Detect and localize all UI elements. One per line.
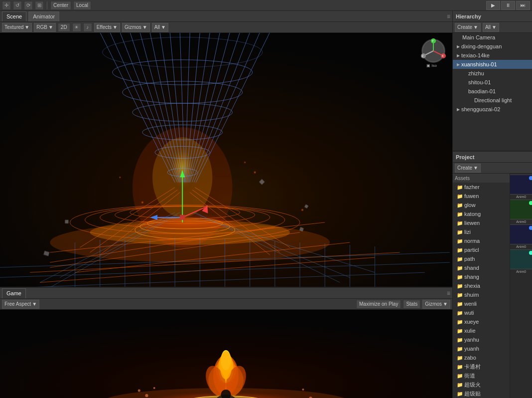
game-panel: Game ≡ Free Aspect ▼ Maximize on Play St…	[0, 288, 452, 398]
project-folder-item[interactable]: 📁wenli	[453, 299, 510, 308]
project-folder-item[interactable]: 📁fuwen	[453, 192, 510, 200]
assets-area: Anim0Anim0Anim0Anim0	[510, 174, 532, 398]
svg-text:▣ Iso: ▣ Iso	[426, 63, 437, 68]
svg-point-87	[244, 162, 246, 163]
cursor-icon[interactable]: ✛	[2, 1, 11, 10]
step-button[interactable]: ⏭	[516, 1, 530, 10]
game-toolbar: Free Aspect ▼ Maximize on Play Stats Giz…	[0, 299, 452, 310]
hand-icon[interactable]: ↺	[13, 1, 22, 10]
project-folder-item[interactable]: 📁卡通村	[453, 362, 510, 371]
color-mode-dropdown[interactable]: RGB ▼	[34, 23, 56, 32]
hierarchy-item[interactable]: Main Camera	[453, 33, 532, 42]
hierarchy-item[interactable]: shitou-01	[453, 78, 532, 87]
project-folder-item[interactable]: 📁fazher	[453, 183, 510, 192]
hierarchy-item[interactable]: ▶dixing-dengguan	[453, 42, 532, 51]
audio-icon[interactable]: ♪	[83, 23, 92, 32]
project-folder-item[interactable]: 📁katong	[453, 209, 510, 218]
project-folder-item[interactable]: 📁path	[453, 254, 510, 263]
rotate-icon[interactable]: ⊞	[35, 1, 44, 10]
light-icon[interactable]: ☀	[72, 23, 81, 32]
maximize-on-play-button[interactable]: Maximize on Play	[356, 300, 401, 309]
project-folder-item[interactable]: 📁shang	[453, 272, 510, 281]
game-viewport[interactable]	[0, 310, 452, 398]
center-button[interactable]: Center	[50, 1, 71, 10]
all-arrow: ▼	[161, 24, 166, 30]
axis-gizmo[interactable]: Y X Z ▣ Iso	[418, 37, 448, 69]
scene-viewport[interactable]: Y X Z ▣ Iso	[0, 33, 452, 287]
project-folder-item[interactable]: 📁liewen	[453, 218, 510, 227]
hierarchy-all-dropdown[interactable]: All ▼	[483, 23, 499, 32]
project-folder-item[interactable]: 📁shand	[453, 263, 510, 272]
aspect-dropdown[interactable]: Free Aspect ▼	[2, 300, 39, 309]
svg-point-122	[145, 394, 148, 397]
game-scene-svg	[0, 310, 452, 398]
hierarchy-list: Main Camera▶dixing-dengguan▶texiao-14ke▶…	[453, 33, 532, 151]
hierarchy-item[interactable]: zhizhu	[453, 69, 532, 78]
gizmos-dropdown[interactable]: Gizmos ▼	[122, 23, 150, 32]
hierarchy-all-label: All	[485, 24, 491, 30]
asset-thumb-item[interactable]: Anim0	[510, 175, 532, 199]
display-mode-dropdown[interactable]: Textured ▼	[2, 23, 32, 32]
project-folder-item[interactable]: 📁glow	[453, 200, 510, 209]
2d-button[interactable]: 2D	[58, 23, 70, 32]
hierarchy-title: Hierarchy	[456, 13, 481, 19]
hierarchy-panel: Hierarchy Create ▼ All ▼ Main Camera▶dix…	[453, 11, 532, 152]
project-title: Project	[456, 154, 474, 160]
project-folder-item[interactable]: 📁shuim	[453, 290, 510, 299]
project-folder-item[interactable]: 📁particl	[453, 245, 510, 254]
project-folder-item[interactable]: 📁超级贴	[453, 389, 510, 398]
pause-button[interactable]: ⏸	[501, 1, 515, 10]
project-folder-item[interactable]: 📁wuti	[453, 308, 510, 317]
aspect-label: Free Aspect	[4, 301, 31, 307]
local-button[interactable]: Local	[73, 1, 91, 10]
move-icon[interactable]: ⟳	[24, 1, 33, 10]
hierarchy-item[interactable]: ▶texiao-14ke	[453, 51, 532, 60]
all-label: All	[154, 24, 160, 30]
assets-label: Assets	[455, 176, 470, 181]
asset-thumb-item[interactable]: Anim0	[510, 224, 532, 248]
scene-panel-opts[interactable]: ≡	[447, 13, 450, 20]
gizmos-arrow: ▼	[142, 24, 147, 30]
project-folder-item[interactable]: 📁norma	[453, 236, 510, 245]
project-folder-item[interactable]: 📁xueye	[453, 317, 510, 326]
play-button[interactable]: ▶	[486, 1, 500, 10]
hierarchy-item[interactable]: ▶xuanshishu-01	[453, 60, 532, 69]
asset-thumb-item[interactable]: Anim0	[510, 249, 532, 273]
game-panel-opts[interactable]: ≡	[447, 290, 450, 297]
project-folder-item[interactable]: 📁xulie	[453, 326, 510, 335]
project-folder-item[interactable]: 📁街道	[453, 371, 510, 380]
svg-point-123	[153, 387, 155, 389]
project-create-dropdown[interactable]: Create ▼	[455, 164, 481, 173]
top-toolbar: ✛ ↺ ⟳ ⊞ Center Local ▶ ⏸ ⏭	[0, 0, 532, 11]
hierarchy-create-arrow: ▼	[473, 24, 478, 30]
hierarchy-item[interactable]: Directional light	[453, 96, 532, 105]
project-folder-item[interactable]: 📁shexia	[453, 281, 510, 290]
scene-panel: Scene Animator ≡ Textured ▼ RGB ▼ 2D ☀ ♪…	[0, 11, 452, 288]
tab-scene[interactable]: Scene	[2, 11, 26, 21]
tab-game[interactable]: Game	[2, 288, 26, 298]
project-folder-item[interactable]: 📁lizi	[453, 227, 510, 236]
stats-button[interactable]: Stats	[403, 300, 420, 309]
project-folder-item[interactable]: 📁超级火	[453, 380, 510, 389]
effects-arrow: ▼	[113, 24, 118, 30]
project-folder-item[interactable]: 📁yanhu	[453, 335, 510, 344]
project-create-arrow: ▼	[473, 165, 478, 171]
hierarchy-item[interactable]: baodian-01	[453, 87, 532, 96]
effects-dropdown[interactable]: Effects ▼	[94, 23, 120, 32]
svg-point-124	[138, 389, 140, 392]
hierarchy-item[interactable]: ▶shengguozai-02	[453, 105, 532, 114]
all-dropdown[interactable]: All ▼	[152, 23, 168, 32]
svg-point-88	[301, 209, 303, 211]
project-folder-item[interactable]: 📁zabo	[453, 353, 510, 362]
tab-animator[interactable]: Animator	[28, 11, 59, 21]
svg-point-86	[254, 172, 256, 174]
sep1	[47, 1, 47, 9]
play-group: ▶ ⏸ ⏭	[486, 1, 530, 10]
game-gizmos-dropdown[interactable]: Gizmos ▼	[422, 300, 450, 309]
hierarchy-create-dropdown[interactable]: Create ▼	[455, 23, 481, 32]
color-mode-arrow: ▼	[48, 24, 53, 30]
asset-thumb-item[interactable]: Anim0	[510, 199, 532, 223]
hierarchy-toolbar: Create ▼ All ▼	[453, 22, 532, 33]
project-folder-item[interactable]: 📁yuanh	[453, 344, 510, 353]
project-create-label: Create	[457, 165, 472, 171]
